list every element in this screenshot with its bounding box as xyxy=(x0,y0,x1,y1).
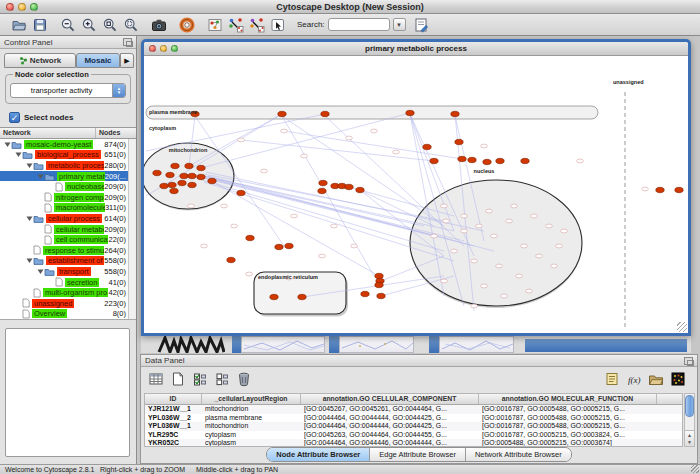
node[interactable] xyxy=(406,110,414,115)
node-small[interactable] xyxy=(526,289,533,293)
network-label[interactable]: Overview xyxy=(32,309,67,318)
node-small[interactable] xyxy=(331,224,338,228)
node[interactable] xyxy=(451,111,459,116)
node[interactable] xyxy=(171,163,179,168)
node[interactable] xyxy=(188,173,196,178)
tree-row[interactable]: macromolecule311(0) xyxy=(0,203,136,214)
node[interactable] xyxy=(458,156,466,161)
node[interactable] xyxy=(345,184,353,189)
node[interactable] xyxy=(178,180,186,185)
node[interactable] xyxy=(468,157,476,162)
network-label[interactable]: primary metabol xyxy=(57,172,105,181)
node[interactable] xyxy=(430,158,438,163)
node-small[interactable] xyxy=(471,259,478,263)
edge[interactable] xyxy=(189,114,282,166)
table-row[interactable]: YLR295Ccytoplasm[GO:0045263, GO:0044464,… xyxy=(145,431,682,440)
node[interactable] xyxy=(180,173,188,178)
network-overlay-icon[interactable] xyxy=(206,16,224,34)
network-label[interactable]: unassigned xyxy=(32,299,74,308)
network-label[interactable]: mosaic-demo-yeast xyxy=(24,140,93,149)
formula-builder-icon[interactable]: f(x) xyxy=(625,370,643,388)
network-label[interactable]: nucleobase- xyxy=(65,182,104,191)
node-small[interactable] xyxy=(371,129,378,133)
network-label[interactable]: cell communicat xyxy=(54,235,108,244)
tree-row[interactable]: cellular metabol209(0) xyxy=(0,224,136,235)
node-small[interactable] xyxy=(319,254,326,258)
node[interactable] xyxy=(377,293,385,298)
zoom-selected-icon[interactable] xyxy=(101,16,119,34)
tree-row[interactable]: nucleobase-209(0) xyxy=(0,181,136,192)
expander-icon[interactable] xyxy=(25,215,33,222)
tree-scrollbar[interactable] xyxy=(128,139,136,319)
tab-network[interactable]: Network xyxy=(4,53,76,68)
node-small[interactable] xyxy=(441,279,448,283)
network-label[interactable]: multi-organism pro xyxy=(43,288,108,297)
edge[interactable] xyxy=(212,181,379,276)
node-small[interactable] xyxy=(346,136,353,140)
node[interactable] xyxy=(319,180,327,185)
column-nodes[interactable]: Nodes xyxy=(96,128,136,138)
expander-icon[interactable] xyxy=(36,173,44,180)
tree-row[interactable]: Overview8(0) xyxy=(0,309,136,320)
node[interactable] xyxy=(675,187,683,192)
node-small[interactable] xyxy=(451,249,458,253)
node-small[interactable] xyxy=(577,159,584,163)
tab-edge-attribute-browser[interactable]: Edge Attribute Browser xyxy=(370,448,466,461)
node-small[interactable] xyxy=(231,224,238,228)
node[interactable] xyxy=(166,172,174,177)
node-small[interactable] xyxy=(551,264,558,268)
edge[interactable] xyxy=(284,131,462,159)
tree-row[interactable]: mosaic-demo-yeast874(0) xyxy=(0,139,136,150)
tree-row[interactable]: establishment of lo558(0) xyxy=(0,256,136,267)
take-snapshot-icon[interactable] xyxy=(150,16,168,34)
new-attribute-icon[interactable] xyxy=(169,370,187,388)
tree-row[interactable]: primary metabol209(... xyxy=(0,171,136,182)
node[interactable] xyxy=(237,190,245,195)
zoom-out-icon[interactable] xyxy=(59,16,77,34)
tree-row[interactable]: metabolic process280(0) xyxy=(0,160,136,171)
node[interactable] xyxy=(170,188,178,193)
node[interactable] xyxy=(285,243,293,248)
node-small[interactable] xyxy=(221,204,228,208)
tree-row[interactable]: multi-organism pro42(0) xyxy=(0,287,136,298)
network-label[interactable]: transport xyxy=(57,267,91,276)
node-small[interactable] xyxy=(536,254,543,258)
node-small[interactable] xyxy=(281,129,288,133)
node[interactable] xyxy=(521,158,529,163)
edge[interactable] xyxy=(146,114,325,151)
node-small[interactable] xyxy=(461,214,468,218)
delete-attribute-icon[interactable] xyxy=(235,370,253,388)
network-label[interactable]: nitrogen compo xyxy=(54,193,104,202)
column-header[interactable]: _cellularLayoutRegion xyxy=(202,394,301,404)
node[interactable] xyxy=(168,182,176,187)
expander-icon[interactable] xyxy=(36,268,44,275)
node[interactable] xyxy=(160,183,168,188)
column-network[interactable]: Network xyxy=(0,128,96,138)
node[interactable] xyxy=(197,174,205,179)
node-small[interactable] xyxy=(443,219,450,223)
node[interactable] xyxy=(496,158,504,163)
network-label[interactable]: metabolic process xyxy=(46,161,104,170)
column-header[interactable]: annotation.GO MOLECULAR_FUNCTION xyxy=(479,394,657,404)
tree-row[interactable]: cellular process614(0) xyxy=(0,213,136,224)
node-small[interactable] xyxy=(481,144,488,148)
edge[interactable] xyxy=(202,176,424,226)
table-row[interactable]: YKR052Ccytoplasm[GO:0044464, GO:0044446,… xyxy=(145,439,682,447)
network-label[interactable]: secretion xyxy=(65,278,99,287)
node[interactable] xyxy=(356,187,364,192)
node-small[interactable] xyxy=(393,150,400,154)
node[interactable] xyxy=(375,282,383,287)
node[interactable] xyxy=(275,244,283,249)
node-small[interactable] xyxy=(546,224,553,228)
node-small[interactable] xyxy=(261,169,268,173)
edge[interactable] xyxy=(201,113,410,168)
node-small[interactable] xyxy=(201,244,208,248)
node-small[interactable] xyxy=(496,264,503,268)
node[interactable] xyxy=(321,111,329,116)
attribute-table-icon[interactable] xyxy=(147,370,165,388)
node-small[interactable] xyxy=(491,234,498,238)
node[interactable] xyxy=(375,273,383,278)
node-small[interactable] xyxy=(561,229,568,233)
node-small[interactable] xyxy=(246,272,253,276)
node-small[interactable] xyxy=(511,204,518,208)
